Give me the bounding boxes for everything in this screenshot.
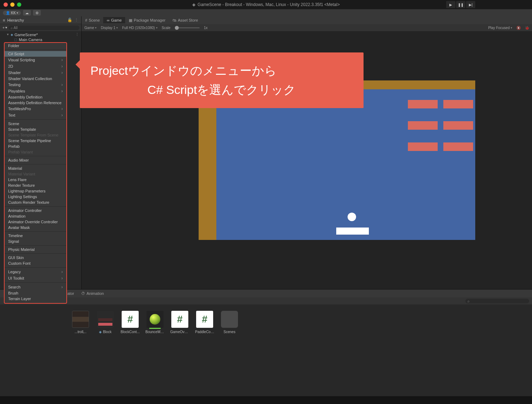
settings-button[interactable]: ⚙ bbox=[33, 10, 41, 16]
ctx-item-search[interactable]: Search bbox=[5, 284, 66, 290]
hierarchy-tab[interactable]: ≡ Hierarchy 🔓 ⋮ bbox=[0, 16, 81, 24]
play-button[interactable]: ▶ bbox=[446, 1, 455, 8]
submenu-icon bbox=[61, 70, 63, 75]
hierarchy-icon: ≡ bbox=[3, 18, 5, 22]
scene-menu-icon[interactable]: ⋮ bbox=[75, 32, 79, 37]
search-icon: ⌕ bbox=[11, 26, 13, 30]
tab-animation[interactable]: ⏱Animation bbox=[78, 290, 107, 297]
ctx-item-shader-variant-collection[interactable]: Shader Variant Collection bbox=[5, 76, 66, 82]
close-icon[interactable] bbox=[4, 2, 8, 7]
scene-row[interactable]: ▼ ◈ GameScene* ⋮ bbox=[0, 32, 81, 37]
animation-icon: ⏱ bbox=[81, 291, 85, 296]
ctx-item-material[interactable]: Material bbox=[5, 165, 66, 171]
ctx-item-text[interactable]: Text bbox=[5, 112, 66, 118]
ctx-item-2d[interactable]: 2D bbox=[5, 63, 66, 69]
pause-button[interactable]: ❚❚ bbox=[456, 1, 465, 8]
scale-slider[interactable] bbox=[175, 27, 200, 28]
project-item[interactable]: #PaddleCon... bbox=[195, 311, 214, 334]
tab-package-manager[interactable]: ▦Package Manager bbox=[125, 17, 169, 24]
cloud-button[interactable]: ☁ bbox=[23, 10, 31, 16]
game-mode-dropdown[interactable]: Game bbox=[84, 26, 96, 30]
ctx-item-ui-toolkit[interactable]: UI Toolkit bbox=[5, 275, 66, 281]
resolution-dropdown[interactable]: Full HD (1920x1080) bbox=[122, 26, 157, 30]
submenu-icon bbox=[61, 276, 63, 281]
ctx-item-terrain-layer[interactable]: Terrain Layer bbox=[5, 296, 66, 302]
debug-icon[interactable]: 🐞 bbox=[525, 26, 529, 30]
project-tabs: ator ⏱Animation bbox=[0, 290, 532, 297]
ctx-item-render-texture[interactable]: Render Texture bbox=[5, 183, 66, 188]
scale-label: Scale bbox=[162, 26, 171, 30]
project-item[interactable]: Scenes bbox=[220, 311, 239, 334]
annotation-callout: Projectウインドウのメニューから C# Scriptを選んでクリック bbox=[80, 52, 364, 108]
play-focused-dropdown[interactable]: Play Focused bbox=[488, 26, 512, 30]
ctx-item-scene-template-pipeline[interactable]: Scene Template Pipeline bbox=[5, 138, 66, 144]
panel-menu-icon[interactable]: ⋮ bbox=[74, 18, 78, 22]
ctx-item-assembly-definition-reference[interactable]: Assembly Definition Reference bbox=[5, 100, 66, 106]
ctx-item-gui-skin[interactable]: GUI Skin bbox=[5, 255, 66, 260]
brick bbox=[408, 100, 438, 108]
playback-controls: ▶ ❚❚ ▶| bbox=[446, 1, 475, 8]
hierarchy-search[interactable]: ⌕ All bbox=[9, 26, 79, 30]
project-item[interactable]: ◈ Block bbox=[96, 311, 115, 334]
ctx-item-timeline[interactable]: Timeline bbox=[5, 233, 66, 239]
ctx-item-custom-font[interactable]: Custom Font bbox=[5, 260, 66, 266]
ctx-item-lightmap-parameters[interactable]: Lightmap Parameters bbox=[5, 188, 66, 194]
ctx-item-audio-mixer[interactable]: Audio Mixer bbox=[5, 157, 66, 163]
tab-asset-store[interactable]: 🛍Asset Store bbox=[169, 17, 201, 23]
gameobject-row[interactable]: ⬚ Main Camera bbox=[0, 37, 81, 42]
ctx-item-brush[interactable]: Brush bbox=[5, 290, 66, 296]
expand-icon[interactable]: ▼ bbox=[6, 33, 9, 36]
ball bbox=[348, 213, 356, 221]
ctx-item-lens-flare[interactable]: Lens Flare bbox=[5, 177, 66, 183]
asset-icon: # bbox=[171, 311, 188, 328]
lock-icon[interactable]: 🔓 bbox=[67, 18, 72, 22]
mute-icon[interactable]: 🔇 bbox=[516, 26, 521, 30]
project-item[interactable]: ...trolL.. bbox=[71, 311, 90, 334]
project-item[interactable]: #GameOver... bbox=[170, 311, 189, 334]
tab-scene[interactable]: #Scene bbox=[82, 17, 103, 23]
ctx-item-signal[interactable]: Signal bbox=[5, 239, 66, 244]
ctx-item-avatar-mask[interactable]: Avatar Mask bbox=[5, 225, 66, 230]
ctx-item-scene[interactable]: Scene bbox=[5, 121, 66, 127]
project-item[interactable]: BounceMa... bbox=[145, 311, 165, 334]
ctx-item-playables[interactable]: Playables bbox=[5, 88, 66, 94]
unity-logo-icon: ◈ bbox=[192, 2, 195, 7]
store-icon: 🛍 bbox=[172, 18, 176, 22]
ctx-item-lighting-settings[interactable]: Lighting Settings bbox=[5, 194, 66, 200]
ctx-item-scene-template[interactable]: Scene Template bbox=[5, 127, 66, 132]
ctx-item-c-script[interactable]: C# Script bbox=[5, 51, 66, 57]
maximize-icon[interactable] bbox=[17, 2, 21, 7]
slider-thumb[interactable] bbox=[175, 26, 179, 30]
asset-label: GameOver... bbox=[170, 330, 189, 334]
ctx-item-animation[interactable]: Animation bbox=[5, 213, 66, 219]
ctx-item-folder[interactable]: Folder bbox=[5, 43, 66, 49]
step-button[interactable]: ▶| bbox=[466, 1, 475, 8]
ctx-item-visual-scripting[interactable]: Visual Scripting bbox=[5, 57, 66, 63]
ctx-item-testing[interactable]: Testing bbox=[5, 82, 66, 88]
ctx-item-physic-material[interactable]: Physic Material bbox=[5, 247, 66, 252]
game-tabs: #Scene ∞Game ▦Package Manager 🛍Asset Sto… bbox=[82, 16, 532, 24]
ctx-item-scene-template-from-scene: Scene Template From Scene bbox=[5, 132, 66, 138]
project-item[interactable]: #BlockCont... bbox=[121, 311, 140, 334]
ctx-item-prefab[interactable]: Prefab bbox=[5, 144, 66, 149]
ctx-item-animator-controller[interactable]: Animator Controller bbox=[5, 208, 66, 213]
game-tab-icon: ∞ bbox=[107, 18, 110, 22]
brick bbox=[443, 100, 473, 108]
ctx-item-animator-override-controller[interactable]: Animator Override Controller bbox=[5, 219, 66, 225]
add-button[interactable]: ＋▾ bbox=[2, 25, 7, 30]
ctx-item-material-variant: Material Variant bbox=[5, 171, 66, 177]
callout-line1: Projectウインドウのメニューから bbox=[90, 61, 353, 80]
search-icon: ⌕ bbox=[467, 299, 470, 303]
ctx-item-shader[interactable]: Shader bbox=[5, 69, 66, 76]
tab-game[interactable]: ∞Game bbox=[103, 17, 125, 23]
ctx-item-legacy[interactable]: Legacy bbox=[5, 269, 66, 275]
scale-value: 1x bbox=[204, 26, 208, 30]
ctx-item-assembly-definition[interactable]: Assembly Definition bbox=[5, 94, 66, 100]
account-button[interactable]: 👤 KK ▾ bbox=[3, 11, 21, 15]
ctx-item-textmeshpro[interactable]: TextMeshPro bbox=[5, 106, 66, 112]
ctx-item-custom-render-texture[interactable]: Custom Render Texture bbox=[5, 200, 66, 205]
project-search[interactable]: ⌕ bbox=[465, 299, 529, 303]
display-dropdown[interactable]: Display 1 bbox=[101, 26, 118, 30]
asset-label: ◈ Block bbox=[96, 330, 115, 334]
minimize-icon[interactable] bbox=[10, 2, 15, 7]
